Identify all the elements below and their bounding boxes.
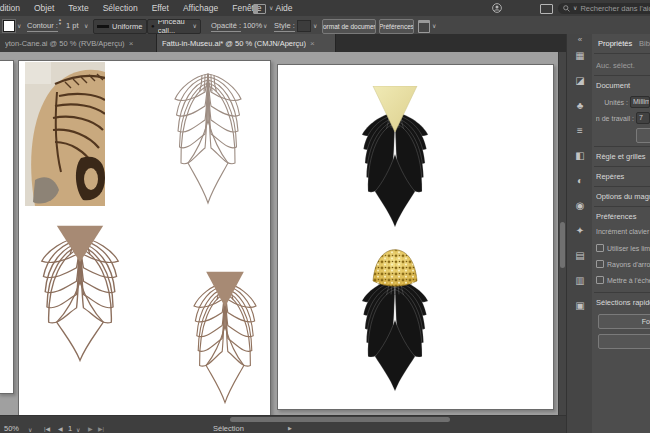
- search-scope-chevron-icon[interactable]: ∨: [573, 5, 577, 11]
- graphic-style-label[interactable]: Style :: [274, 21, 295, 32]
- menu-affichage[interactable]: Affichage: [176, 0, 225, 16]
- canvas-area: [0, 52, 558, 415]
- checkbox-icon[interactable]: [596, 260, 604, 268]
- artwork-motif-outline-taupe-2[interactable]: [178, 268, 272, 410]
- panel-options-chevron-icon[interactable]: ∨: [432, 23, 436, 29]
- menu-selection[interactable]: Sélection: [96, 0, 145, 16]
- stepper-down-icon[interactable]: ▼: [58, 21, 62, 26]
- graphic-style-chevron-icon[interactable]: ∨: [313, 23, 317, 29]
- arrange-documents-icon[interactable]: [540, 4, 553, 14]
- checkbox-label: Mettre à l'échelle les contours et les e…: [607, 277, 650, 284]
- checkbox-label: Utiliser les limites d'aperçu: [607, 245, 650, 252]
- document-section-header: Document: [596, 81, 650, 90]
- document-tab-inactive[interactable]: yton-Cane.ai @ 50 % (RVB/Aperçu) ×: [0, 34, 157, 52]
- document-tab-active[interactable]: Fattu-in-Museu.ai* @ 50 % (CMJN/Aperçu) …: [157, 34, 336, 52]
- menu-edition[interactable]: Édition: [0, 0, 27, 16]
- close-tab-icon[interactable]: ×: [310, 39, 315, 48]
- checkbox-preview-bounds[interactable]: Utiliser les limites d'aperçu: [596, 244, 650, 252]
- checkbox-icon[interactable]: [596, 276, 604, 284]
- document-setup-label: Format de document: [322, 23, 376, 30]
- artboard-label: Plan de travail :: [596, 115, 634, 122]
- menu-objet[interactable]: Objet: [27, 0, 61, 16]
- swatches-panel-icon[interactable]: ▦: [567, 50, 593, 61]
- zoom-chevron-icon[interactable]: ∨: [28, 426, 32, 433]
- account-icon[interactable]: [492, 3, 502, 13]
- stroke-label[interactable]: Contour :: [27, 21, 58, 32]
- zoom-level-field[interactable]: 50%: [4, 424, 19, 433]
- opacity-label[interactable]: Opacité :: [211, 21, 241, 32]
- stroke-weight-stepper[interactable]: ▲ ▼: [58, 18, 62, 26]
- horizontal-scrollbar-thumb[interactable]: [230, 417, 450, 422]
- fill-chevron-icon[interactable]: ∨: [17, 23, 21, 29]
- snapping-options-header: Options du magnétisme: [596, 192, 650, 201]
- stroke-profile-dropdown[interactable]: Uniforme ∨: [93, 19, 147, 34]
- menu-texte[interactable]: Texte: [61, 0, 95, 16]
- last-artboard-icon[interactable]: ▶|: [98, 425, 104, 432]
- edit-artboards-button[interactable]: [636, 128, 650, 143]
- tab-proprietes[interactable]: Propriétés: [598, 39, 632, 48]
- graphic-style-swatch[interactable]: [297, 20, 311, 32]
- artboard-chevron-icon[interactable]: ∨: [76, 426, 80, 433]
- preferences-button[interactable]: Préférences: [379, 19, 414, 34]
- next-artboard-icon[interactable]: ▶: [88, 425, 93, 432]
- quick-document-setup-label: Format de document: [642, 318, 650, 325]
- status-flyout-icon[interactable]: ▶: [288, 425, 292, 431]
- transparency-panel-icon[interactable]: ◐: [567, 175, 593, 186]
- panel-options-icon[interactable]: [418, 20, 430, 33]
- workspace-chevron-icon[interactable]: ∨: [269, 5, 273, 11]
- close-tab-icon[interactable]: ×: [129, 39, 134, 48]
- brush-dot-icon: ●: [151, 23, 155, 29]
- appearance-panel-icon[interactable]: ◉: [567, 200, 593, 211]
- artboards-panel-icon[interactable]: ▣: [567, 300, 593, 311]
- quick-actions-header: Sélections rapides: [596, 298, 650, 307]
- export-panel-icon[interactable]: ▤: [567, 250, 593, 261]
- quick-document-setup-button[interactable]: Format de document: [598, 314, 650, 329]
- checkbox-icon[interactable]: [596, 244, 604, 252]
- workspace-switcher-icon[interactable]: [253, 4, 266, 14]
- quick-preferences-button[interactable]: Préférences: [598, 334, 650, 349]
- first-artboard-icon[interactable]: |◀: [44, 425, 50, 432]
- opacity-value[interactable]: 100%: [243, 21, 262, 30]
- opacity-chevron-icon[interactable]: ∨: [263, 23, 267, 29]
- tab-bibliotheques[interactable]: Bibliothèques: [639, 39, 650, 48]
- gradient-panel-icon[interactable]: ◧: [567, 150, 593, 161]
- stroke-weight-chevron-icon[interactable]: ∨: [84, 23, 88, 29]
- symbols-panel-icon[interactable]: ♣: [567, 100, 593, 111]
- vertical-scrollbar-thumb[interactable]: [560, 222, 565, 268]
- checkbox-scale-strokes[interactable]: Mettre à l'échelle les contours et les e…: [596, 276, 650, 284]
- layers-panel-icon[interactable]: ▥: [567, 275, 593, 286]
- stroke-profile-line-icon: [97, 25, 109, 28]
- brush-chevron-icon: ∨: [193, 23, 197, 29]
- stroke-panel-icon[interactable]: ≡: [567, 125, 593, 136]
- reference-photo-vase[interactable]: [25, 62, 105, 206]
- artwork-motif-outline-taupe[interactable]: [22, 222, 138, 368]
- collapsed-panel-strip: « ▦ ◪ ♣ ≡ ◧ ◐ ◉ ✦ ▤ ▥ ▣: [566, 34, 594, 433]
- fill-color-swatch[interactable]: [3, 20, 15, 32]
- current-tool-status: Sélection: [213, 424, 244, 433]
- guides-header: Repères: [596, 172, 650, 181]
- artwork-motif-black-gold[interactable]: [345, 248, 445, 398]
- brushes-panel-icon[interactable]: ◪: [567, 75, 593, 86]
- menu-effet[interactable]: Effet: [145, 0, 176, 16]
- artboard-number-field[interactable]: 1: [68, 424, 72, 433]
- document-tab-title: Fattu-in-Museu.ai* @ 50 % (CMJN/Aperçu): [162, 39, 306, 48]
- preferences-label: Préférences: [379, 23, 414, 30]
- artboard-count-dropdown[interactable]: 7: [636, 112, 650, 124]
- artwork-motif-black-cream[interactable]: [345, 86, 445, 234]
- stroke-weight-value[interactable]: 1 pt: [66, 21, 79, 30]
- units-dropdown[interactable]: Millimètres: [630, 96, 650, 108]
- checkbox-scale-corners[interactable]: Rayons d'arrondis mis à l'échelle: [596, 260, 650, 268]
- expand-panels-icon[interactable]: «: [567, 35, 593, 44]
- document-tab-bar: yton-Cane.ai @ 50 % (RVB/Aperçu) × Fattu…: [0, 34, 566, 52]
- keyboard-increment-label: Incrément clavier :: [596, 228, 650, 235]
- help-search-box[interactable]: ∨ Rechercher dans l'aide: [558, 3, 650, 14]
- brush-value: Pinceau call...: [158, 19, 190, 34]
- previous-artboard-icon[interactable]: ◀: [58, 425, 63, 432]
- brush-dropdown[interactable]: ● Pinceau call... ∨: [147, 19, 201, 34]
- search-placeholder: Rechercher dans l'aide: [580, 4, 650, 13]
- document-setup-button[interactable]: Format de document: [322, 19, 376, 34]
- artwork-motif-outline[interactable]: [158, 66, 258, 211]
- checkbox-label: Rayons d'arrondis mis à l'échelle: [607, 261, 650, 268]
- no-selection-status: Auc. sélect.: [596, 61, 650, 70]
- graphic-styles-panel-icon[interactable]: ✦: [567, 225, 593, 236]
